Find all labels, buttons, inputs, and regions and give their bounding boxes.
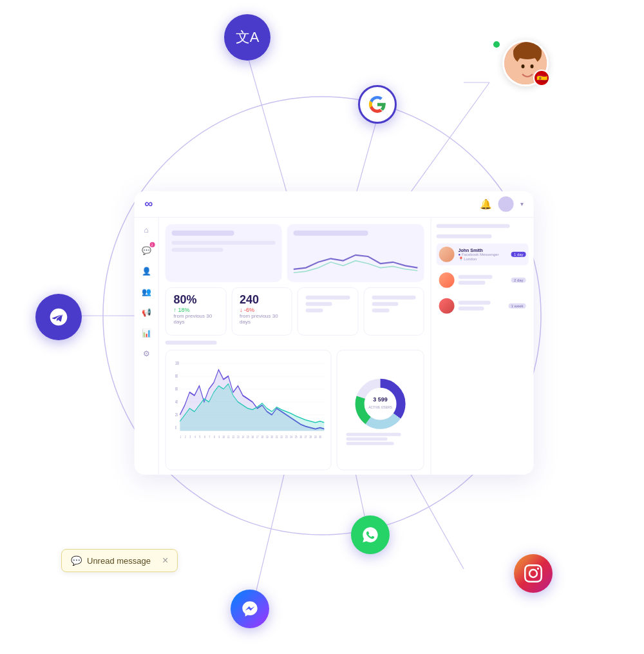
instagram-svg (524, 564, 542, 582)
stat-placeholder-2 (306, 302, 332, 305)
svg-text:100: 100 (175, 360, 179, 365)
dashboard-header: ∞ 🔔 ▾ (135, 191, 534, 217)
sidebar-item-settings[interactable]: ⚙ (140, 347, 152, 359)
svg-text:1: 1 (180, 434, 181, 438)
svg-text:9: 9 (218, 434, 220, 438)
svg-text:12: 12 (232, 434, 234, 438)
messages-badge: 2 (149, 242, 155, 247)
toast-icon: 💬 (71, 555, 82, 566)
stat-card-conversion: 80% ↑ 18% from previous 30 days (166, 287, 227, 335)
svg-text:28: 28 (310, 434, 312, 438)
main-chart-card: 100 80 60 40 20 0 (166, 349, 332, 470)
header-right: 🔔 ▾ (480, 196, 524, 211)
contact-info-1: John Smith ● Facebook Messenger 📍 London (459, 247, 507, 260)
svg-text:11: 11 (227, 434, 230, 438)
sessions-change: ↓ -6% (240, 306, 284, 313)
contact-row-1[interactable]: John Smith ● Facebook Messenger 📍 London… (437, 243, 529, 265)
svg-text:24: 24 (290, 434, 293, 438)
sessions-count: 240 (240, 293, 284, 306)
user-dropdown-icon[interactable]: ▾ (520, 200, 524, 207)
svg-text:17: 17 (256, 434, 259, 438)
svg-text:23: 23 (285, 434, 288, 438)
legend-line-3 (346, 441, 394, 445)
contact-avatar-3 (439, 298, 455, 313)
main-chart-svg: 100 80 60 40 20 0 (173, 356, 325, 440)
instagram-icon-button[interactable] (514, 554, 553, 593)
contact-row-3[interactable]: 1 week (437, 294, 529, 316)
svg-text:20: 20 (270, 434, 273, 438)
contact-info-3 (459, 300, 505, 312)
user-avatar[interactable] (498, 196, 514, 211)
svg-text:20: 20 (175, 412, 178, 416)
svg-text:19: 19 (266, 434, 269, 438)
donut-chart-card: 3 599 ACTIVE USERS (337, 349, 424, 470)
dashboard-sidebar: ⌂ 💬 2 👤 👥 📢 📊 ⚙ (135, 217, 159, 474)
svg-text:ACTIVE USERS: ACTIVE USERS (368, 405, 392, 409)
google-icon-button[interactable] (358, 85, 397, 124)
stat-card-4 (363, 287, 424, 335)
toast-message: Unread message (87, 556, 151, 566)
svg-text:0: 0 (175, 425, 176, 429)
svg-point-64 (531, 64, 534, 68)
chart-filters (166, 340, 424, 344)
svg-text:5: 5 (199, 434, 200, 438)
stat-card-3 (298, 287, 358, 335)
svg-text:14: 14 (242, 434, 244, 438)
contact-avatar-1 (439, 246, 455, 262)
svg-text:10: 10 (222, 434, 225, 438)
translate-symbol: 文A (236, 28, 260, 47)
main-chart-row: 100 80 60 40 20 0 (166, 349, 424, 470)
whatsapp-svg (361, 526, 379, 544)
sidebar-item-home[interactable]: ⌂ (140, 224, 152, 235)
stat-placeholder-3 (306, 308, 323, 312)
sidebar-item-users[interactable]: 👤 (140, 265, 152, 276)
card-title-placeholder (172, 230, 234, 235)
country-flag-badge: 🇪🇸 (533, 70, 550, 86)
telegram-svg (48, 307, 69, 327)
svg-text:30: 30 (319, 434, 322, 438)
svg-text:3: 3 (189, 434, 191, 438)
svg-text:jun: jun (180, 439, 184, 440)
svg-text:21: 21 (276, 434, 278, 438)
translate-icon-button[interactable]: 文A (224, 14, 270, 61)
mid-row: 80% ↑ 18% from previous 30 days 240 ↓ -6… (166, 287, 424, 335)
conversion-label: from previous 30 days (174, 313, 218, 324)
svg-point-65 (513, 44, 542, 59)
svg-point-63 (522, 64, 525, 68)
sidebar-item-analytics[interactable]: 📊 (140, 327, 152, 338)
contact-sub-placeholder-3 (459, 307, 484, 311)
right-placeholder-2 (437, 234, 492, 238)
contact-time-2: 2 day (511, 277, 526, 282)
online-status-dot (492, 40, 501, 49)
contact-row-2[interactable]: 2 day (437, 269, 529, 291)
svg-text:26: 26 (300, 434, 303, 438)
right-placeholder-1 (437, 224, 510, 227)
contact-name-1: John Smith (459, 247, 507, 252)
svg-text:8: 8 (214, 434, 215, 438)
svg-text:3 599: 3 599 (373, 396, 388, 402)
telegram-icon-button[interactable] (35, 294, 82, 340)
svg-text:2: 2 (185, 434, 186, 438)
dashboard-body: ⌂ 💬 2 👤 👥 📢 📊 ⚙ (135, 217, 534, 474)
whatsapp-icon-button[interactable] (351, 515, 390, 554)
conversion-change: ↑ 18% (174, 306, 218, 313)
contact-time-1: 1 day (511, 251, 526, 256)
stat-placeholder-4 (372, 295, 416, 299)
top-mini-chart (287, 224, 424, 282)
toast-close-button[interactable]: × (162, 555, 168, 566)
sidebar-item-broadcast[interactable]: 📢 (140, 306, 152, 318)
notification-bell-icon[interactable]: 🔔 (480, 198, 492, 209)
messenger-icon-button[interactable] (231, 590, 269, 628)
stat-card-sessions: 240 ↓ -6% from previous 30 days (231, 287, 292, 335)
contact-sub-placeholder-2 (459, 281, 486, 285)
svg-text:15: 15 (247, 434, 249, 438)
sidebar-item-groups[interactable]: 👥 (140, 285, 152, 297)
sidebar-item-messages[interactable]: 💬 2 (140, 244, 152, 256)
donut-svg: 3 599 ACTIVE USERS (352, 374, 410, 432)
svg-text:6: 6 (204, 434, 205, 438)
messenger-svg (241, 600, 259, 618)
contact-info-2 (459, 274, 507, 286)
legend-line-1 (346, 432, 401, 436)
google-svg (368, 95, 386, 113)
mini-chart-title (294, 230, 368, 235)
